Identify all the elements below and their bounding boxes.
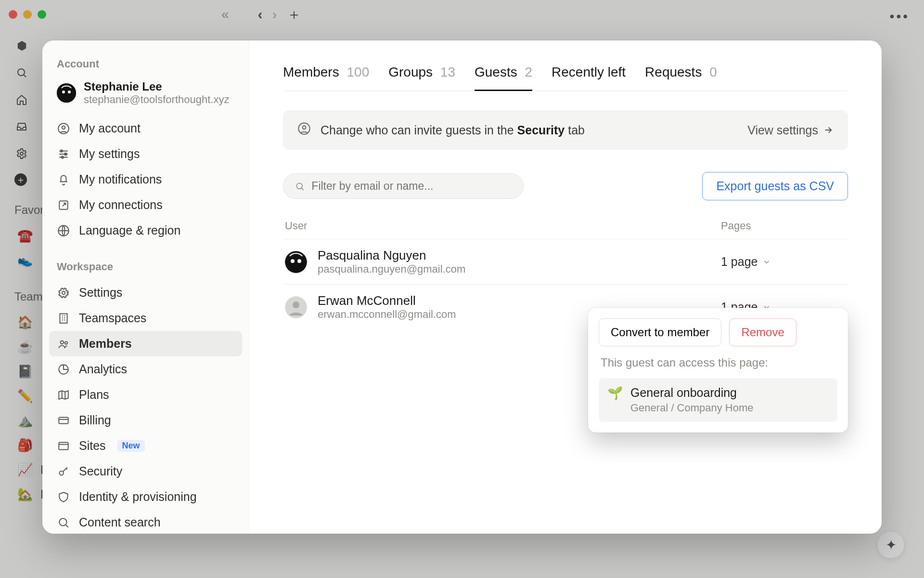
user-circle-icon	[297, 122, 311, 138]
arrow-right-icon	[823, 125, 834, 135]
arrow-out-icon	[57, 198, 70, 212]
sidebar-item-identity[interactable]: Identity & provisioning	[49, 484, 242, 510]
guest-pages-dropdown[interactable]: 1 page	[721, 255, 846, 269]
guest-email: pasqualina.nguyen@gmail.com	[318, 263, 465, 276]
tab-label: Groups	[388, 65, 433, 79]
sidebar-item-security[interactable]: Security	[49, 459, 242, 484]
convert-to-member-button[interactable]: Convert to member	[599, 318, 721, 346]
members-tabs: Members 100 Groups 13 Guests 2 Recently …	[283, 62, 848, 91]
avatar	[285, 296, 307, 318]
bell-icon	[57, 173, 70, 186]
tab-members[interactable]: Members 100	[283, 62, 369, 91]
banner-text: Change who can invite guests in the Secu…	[321, 123, 585, 137]
svg-point-26	[303, 126, 306, 129]
analytics-icon	[57, 363, 70, 376]
credit-card-icon	[57, 414, 70, 427]
link-label: View settings	[747, 123, 818, 137]
popover-note: This guest can access this page:	[601, 356, 835, 369]
guests-table-header: User Pages	[283, 220, 848, 239]
guest-name: Pasqualina Nguyen	[318, 248, 465, 263]
tab-label: Members	[283, 65, 339, 79]
sidebar-item-content-search[interactable]: Content search	[49, 510, 242, 534]
sidebar-item-label: Sites	[79, 439, 106, 453]
sidebar-item-settings[interactable]: Settings	[49, 280, 242, 305]
svg-point-20	[59, 518, 66, 525]
sidebar-item-label: Content search	[79, 515, 161, 529]
accessible-page-card[interactable]: 🌱 General onboarding General / Company H…	[599, 378, 837, 422]
tab-groups[interactable]: Groups 13	[388, 62, 455, 91]
sidebar-item-label: Members	[79, 337, 132, 351]
export-csv-button[interactable]: Export guests as CSV	[702, 172, 848, 200]
svg-point-5	[58, 123, 69, 134]
svg-point-6	[62, 126, 65, 129]
profile-name: Stephanie Lee	[84, 80, 229, 93]
tab-label: Guests	[475, 65, 517, 79]
pages-count: 1 page	[721, 255, 757, 269]
tab-label: Requests	[645, 65, 702, 79]
guest-email: erwan.mcconnell@gmail.com	[318, 308, 456, 321]
building-icon	[57, 312, 70, 325]
sidebar-item-label: Language & region	[79, 223, 180, 237]
globe-icon	[57, 224, 70, 237]
page-breadcrumb: General / Company Home	[630, 402, 754, 414]
new-badge: New	[117, 440, 145, 452]
sliders-icon	[57, 147, 70, 161]
avatar	[285, 251, 307, 273]
svg-rect-18	[59, 442, 68, 449]
sidebar-item-label: My connections	[79, 198, 163, 212]
people-icon	[57, 337, 70, 351]
tab-label: Recently left	[552, 65, 626, 79]
sidebar-item-teamspaces[interactable]: Teamspaces	[49, 305, 242, 331]
svg-rect-17	[59, 417, 68, 423]
svg-point-12	[62, 291, 65, 294]
view-settings-link[interactable]: View settings	[747, 123, 834, 137]
tab-requests[interactable]: Requests 0	[645, 62, 717, 91]
guest-row[interactable]: Pasqualina Nguyen pasqualina.nguyen@gmai…	[283, 239, 848, 284]
sidebar-item-label: Teamspaces	[79, 311, 146, 325]
sidebar-item-my-notifications[interactable]: My notifications	[49, 167, 242, 192]
map-icon	[57, 388, 70, 402]
tab-guests[interactable]: Guests 2	[475, 62, 532, 91]
search-icon	[295, 181, 305, 192]
sidebar-item-language[interactable]: Language & region	[49, 218, 242, 243]
sidebar-item-sites[interactable]: Sites New	[49, 433, 242, 459]
profile-email: stephanie@toolsforthought.xyz	[84, 93, 229, 106]
sidebar-section-workspace: Workspace	[49, 258, 242, 280]
sidebar-item-billing[interactable]: Billing	[49, 407, 242, 433]
sidebar-item-label: Identity & provisioning	[79, 490, 197, 504]
svg-point-28	[285, 251, 307, 273]
remove-guest-button[interactable]: Remove	[729, 318, 796, 346]
svg-point-25	[298, 123, 309, 134]
avatar	[57, 83, 76, 103]
sidebar-item-plans[interactable]: Plans	[49, 382, 242, 407]
filter-input[interactable]	[311, 180, 512, 193]
sidebar-item-my-connections[interactable]: My connections	[49, 192, 242, 218]
tab-count: 0	[709, 65, 717, 79]
settings-modal: Account Stephanie Lee stephanie@toolsfor…	[42, 40, 882, 534]
tab-recently-left[interactable]: Recently left	[552, 62, 626, 91]
user-circle-icon	[57, 122, 70, 135]
tab-count: 100	[346, 65, 369, 79]
sidebar-item-analytics[interactable]: Analytics	[49, 356, 242, 382]
guests-toolbar: Export guests as CSV	[283, 172, 848, 200]
svg-point-4	[68, 91, 71, 93]
svg-point-29	[291, 259, 295, 263]
profile-row[interactable]: Stephanie Lee stephanie@toolsforthought.…	[49, 77, 242, 116]
sidebar-item-my-settings[interactable]: My settings	[49, 141, 242, 167]
guest-name: Erwan McConnell	[318, 293, 456, 308]
members-panel: Members 100 Groups 13 Guests 2 Recently …	[249, 40, 882, 534]
sidebar-item-label: Security	[79, 464, 122, 478]
svg-point-19	[59, 471, 64, 475]
sidebar-item-label: Settings	[79, 286, 122, 300]
svg-point-14	[61, 341, 64, 344]
gear-icon	[57, 286, 70, 300]
filter-search[interactable]	[283, 173, 524, 199]
sidebar-item-label: My account	[79, 121, 141, 135]
sidebar-item-my-account[interactable]: My account	[49, 116, 242, 141]
search-icon	[57, 516, 70, 529]
sidebar-item-members[interactable]: Members	[49, 331, 242, 356]
svg-point-32	[293, 302, 299, 308]
chevron-down-icon	[762, 258, 771, 266]
svg-point-3	[62, 91, 65, 93]
sidebar-section-account: Account	[49, 55, 242, 77]
